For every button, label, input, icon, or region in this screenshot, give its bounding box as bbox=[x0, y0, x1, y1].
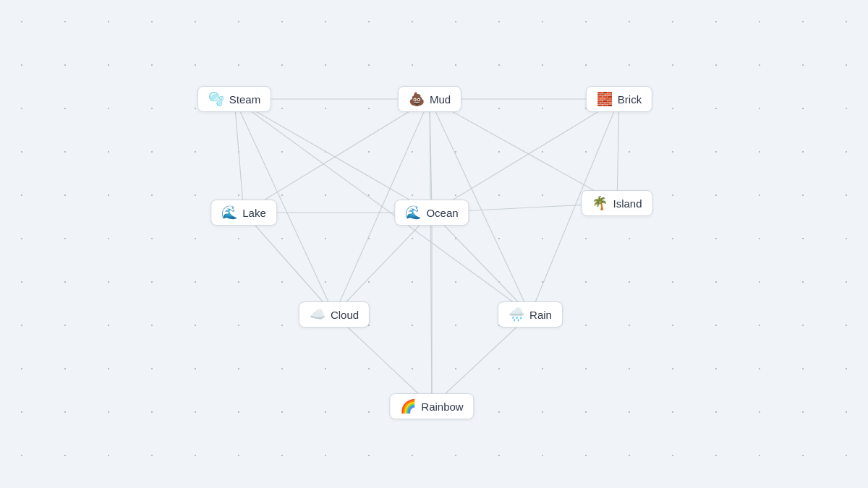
node-rainbow[interactable]: 🌈Rainbow bbox=[389, 393, 474, 419]
rainbow-label: Rainbow bbox=[421, 401, 463, 413]
edge-mud-lake bbox=[244, 99, 430, 213]
node-steam[interactable]: 🫧Steam bbox=[197, 86, 271, 112]
lake-icon: 🌊 bbox=[221, 206, 237, 219]
edge-steam-lake bbox=[234, 99, 244, 213]
node-island[interactable]: 🌴Island bbox=[581, 190, 652, 216]
edge-brick-island bbox=[617, 99, 619, 203]
edge-mud-ocean bbox=[430, 99, 432, 213]
ocean-label: Ocean bbox=[426, 207, 458, 219]
edge-mud-island bbox=[430, 99, 617, 203]
edge-mud-rainbow bbox=[430, 99, 432, 406]
edge-ocean-rain bbox=[432, 213, 530, 314]
rainbow-icon: 🌈 bbox=[400, 400, 416, 413]
graph-container: 🫧Steam💩Mud🧱Brick🌊Lake🌊Ocean🌴Island☁️Clou… bbox=[0, 0, 868, 488]
node-rain[interactable]: 🌧️Rain bbox=[498, 301, 563, 328]
edge-steam-rain bbox=[234, 99, 530, 314]
lake-label: Lake bbox=[242, 207, 266, 219]
rain-icon: 🌧️ bbox=[509, 308, 524, 321]
edge-cloud-rainbow bbox=[334, 314, 432, 406]
edge-steam-ocean bbox=[234, 99, 432, 213]
mud-label: Mud bbox=[430, 93, 451, 106]
node-brick[interactable]: 🧱Brick bbox=[586, 86, 652, 112]
brick-label: Brick bbox=[618, 93, 642, 106]
edge-lake-cloud bbox=[244, 213, 334, 314]
cloud-label: Cloud bbox=[331, 309, 359, 321]
edge-ocean-cloud bbox=[334, 213, 432, 314]
edge-rain-rainbow bbox=[432, 314, 530, 406]
island-icon: 🌴 bbox=[592, 197, 608, 210]
island-label: Island bbox=[613, 197, 642, 210]
node-lake[interactable]: 🌊Lake bbox=[210, 200, 277, 226]
steam-label: Steam bbox=[229, 93, 260, 106]
node-mud[interactable]: 💩Mud bbox=[398, 86, 461, 112]
ocean-icon: 🌊 bbox=[405, 206, 421, 219]
brick-icon: 🧱 bbox=[597, 93, 613, 106]
cloud-icon: ☁️ bbox=[310, 308, 326, 321]
node-ocean[interactable]: 🌊Ocean bbox=[394, 200, 469, 226]
steam-icon: 🫧 bbox=[208, 93, 224, 106]
rain-label: Rain bbox=[529, 309, 552, 321]
node-cloud[interactable]: ☁️Cloud bbox=[299, 301, 370, 328]
mud-icon: 💩 bbox=[409, 93, 425, 106]
